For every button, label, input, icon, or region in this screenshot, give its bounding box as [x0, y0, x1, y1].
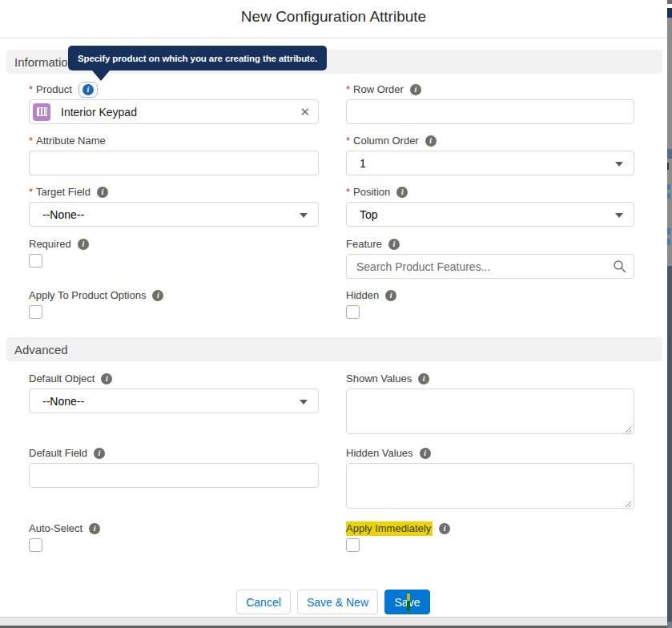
- position-value: Top: [360, 208, 378, 221]
- field-attribute-name-label-row: * Attribute Name: [29, 134, 319, 147]
- field-hidden-label-row: Hidden i: [346, 288, 634, 302]
- info-icon[interactable]: i: [97, 187, 108, 198]
- field-column-order-label-row: * Column Order i: [346, 134, 634, 147]
- field-default-field-label-row: Default Field i: [29, 446, 319, 460]
- field-feature: Feature i: [346, 237, 634, 279]
- column-order-value: 1: [360, 157, 366, 170]
- field-apply-to-product-options: Apply To Product Options i: [29, 288, 319, 319]
- field-target-field-label: Target Field: [36, 186, 91, 198]
- default-field-input[interactable]: [29, 463, 319, 488]
- apply-to-product-options-checkbox[interactable]: [29, 305, 42, 319]
- info-icon[interactable]: i: [94, 448, 105, 459]
- required-marker: *: [346, 135, 350, 147]
- field-row-order: * Row Order i: [346, 83, 634, 124]
- field-position: * Position i Top: [346, 185, 634, 227]
- background-page-edge: [667, 266, 672, 622]
- field-row-order-label-row: * Row Order i: [346, 83, 634, 96]
- field-required-label-row: Required i: [29, 237, 319, 251]
- cancel-button[interactable]: Cancel: [236, 590, 291, 614]
- target-field-value: --None--: [42, 208, 84, 221]
- required-marker: *: [29, 135, 33, 147]
- background-page-edge: [667, 8, 672, 18]
- chevron-down-icon: [615, 162, 623, 167]
- field-apply-to-product-options-label-row: Apply To Product Options i: [29, 288, 319, 302]
- tooltip-text: Specify product on which you are creatin…: [78, 54, 317, 63]
- info-icon[interactable]: i: [410, 84, 421, 95]
- field-hidden-values-label: Hidden Values: [346, 447, 413, 459]
- row-order-input[interactable]: [346, 99, 634, 124]
- shown-values-textarea[interactable]: [346, 388, 634, 434]
- hidden-checkbox[interactable]: [346, 305, 360, 319]
- field-hidden-values-label-row: Hidden Values i: [346, 446, 634, 460]
- product-lookup-value: Interior Keypad: [61, 106, 137, 119]
- resize-handle[interactable]: [625, 426, 632, 433]
- field-feature-label: Feature: [346, 238, 382, 250]
- info-icon[interactable]: i: [439, 523, 450, 534]
- background-page-edge: [667, 202, 672, 226]
- field-shown-values-label: Shown Values: [346, 372, 412, 384]
- field-hidden: Hidden i: [346, 288, 634, 319]
- new-configuration-attribute-modal: New Configuration Attribute Information …: [0, 0, 672, 628]
- field-required: Required i: [29, 237, 319, 268]
- product-barcode-icon: [33, 103, 50, 121]
- field-product-label-row: * Product i: [29, 83, 319, 96]
- info-icon[interactable]: i: [388, 239, 400, 250]
- modal-title: New Configuration Attribute: [0, 8, 667, 26]
- background-page-edge: [667, 193, 670, 199]
- search-icon: [613, 260, 626, 276]
- feature-search-input[interactable]: [346, 254, 634, 279]
- field-auto-select: Auto-Select i: [29, 521, 319, 552]
- default-object-select[interactable]: --None--: [29, 388, 319, 413]
- background-page-edge: [667, 163, 669, 170]
- field-default-field: Default Field i: [29, 446, 319, 488]
- field-default-object-label: Default Object: [29, 372, 95, 384]
- required-marker: *: [29, 83, 33, 95]
- background-page-edge: [667, 149, 672, 159]
- field-position-label-row: * Position i: [346, 185, 634, 199]
- background-page-edge: [667, 18, 672, 149]
- attribute-name-input[interactable]: [29, 151, 319, 175]
- product-tooltip: Specify product on which you are creatin…: [68, 46, 327, 70]
- info-icon[interactable]: i: [418, 373, 429, 384]
- field-auto-select-label: Auto-Select: [29, 522, 82, 534]
- info-icon[interactable]: i: [152, 290, 163, 301]
- background-page-edge: [667, 184, 670, 190]
- auto-select-checkbox[interactable]: [29, 538, 42, 552]
- save-and-new-button[interactable]: Save & New: [297, 590, 378, 614]
- clear-icon[interactable]: ✕: [300, 105, 310, 119]
- info-icon[interactable]: i: [78, 239, 89, 250]
- field-hidden-values: Hidden Values i: [346, 446, 634, 512]
- target-field-select[interactable]: --None--: [29, 202, 319, 227]
- info-icon[interactable]: i: [89, 523, 100, 534]
- field-feature-label-row: Feature i: [346, 237, 634, 251]
- field-product-label: Product: [36, 83, 72, 95]
- info-icon[interactable]: i: [82, 84, 94, 95]
- field-auto-select-label-row: Auto-Select i: [29, 521, 319, 535]
- required-checkbox[interactable]: [29, 254, 42, 268]
- field-position-label: Position: [353, 186, 390, 198]
- field-row-order-label: Row Order: [353, 83, 404, 95]
- field-product: * Product i Interior Keypad ✕: [29, 83, 319, 124]
- field-attribute-name: * Attribute Name: [29, 134, 319, 175]
- title-divider: [0, 38, 667, 38]
- info-icon[interactable]: i: [396, 187, 408, 198]
- background-page-edge: [667, 239, 670, 245]
- resize-handle[interactable]: [625, 501, 632, 508]
- info-icon[interactable]: i: [425, 135, 437, 147]
- field-shown-values-label-row: Shown Values i: [346, 372, 634, 385]
- column-order-select[interactable]: 1: [346, 151, 634, 175]
- info-icon[interactable]: i: [101, 373, 112, 384]
- hidden-values-textarea[interactable]: [346, 463, 634, 509]
- field-default-field-label: Default Field: [29, 447, 87, 459]
- info-icon[interactable]: i: [385, 290, 396, 301]
- required-marker: *: [346, 83, 350, 95]
- text-cursor: [407, 594, 410, 611]
- required-marker: *: [346, 186, 350, 198]
- section-header-advanced-label: Advanced: [14, 343, 68, 356]
- field-column-order: * Column Order i 1: [346, 134, 634, 175]
- position-select[interactable]: Top: [346, 202, 634, 227]
- product-lookup-pill[interactable]: Interior Keypad ✕: [29, 99, 319, 124]
- field-apply-immediately-label-row: Apply Immediately i: [346, 521, 634, 535]
- apply-immediately-checkbox[interactable]: [346, 538, 360, 552]
- info-icon[interactable]: i: [420, 448, 431, 459]
